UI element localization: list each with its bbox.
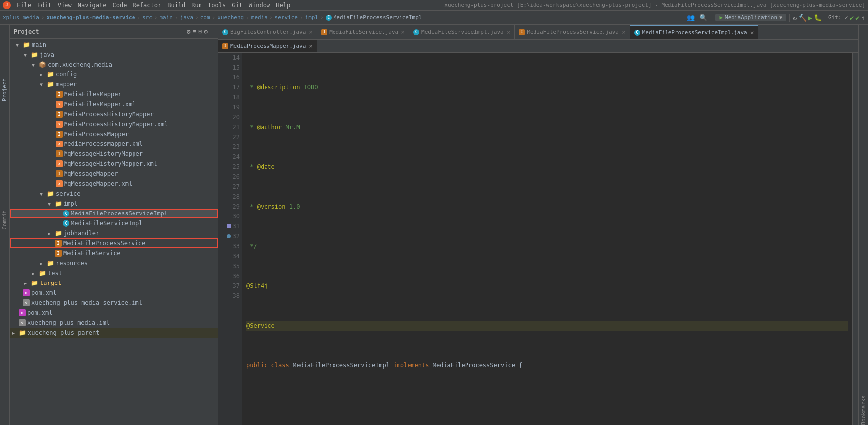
tree-item[interactable]: ⚙ xuecheng-plus-media-service.iml — [10, 298, 218, 308]
menu-file[interactable]: File — [14, 1, 34, 10]
menu-tools[interactable]: Tools — [205, 1, 229, 10]
code-line-16: * @date — [246, 162, 848, 172]
right-gutter — [852, 53, 858, 425]
menu-navigate[interactable]: Navigate — [75, 1, 110, 10]
tree-item[interactable]: I MqMessageMapper — [10, 169, 218, 179]
project-tab-label[interactable]: Project — [1, 78, 8, 101]
bookmarks-label[interactable]: Bookmarks — [860, 393, 867, 425]
breadcrumb-media-service[interactable]: xuecheng-plus-media-service — [46, 14, 135, 21]
tab2-close-processmapper[interactable]: × — [309, 42, 313, 50]
tree-item[interactable]: ▶ 📁 test — [10, 268, 218, 278]
tab-bigfiles[interactable]: C BigFilesController.java × — [218, 25, 317, 39]
tree-item-outlined[interactable]: I MediaFileProcessService — [10, 238, 218, 248]
project-panel: Project ⚙ ≡ ⊟ ⚙ — ▼ 📁 main ▼ 📁 ja — [10, 25, 218, 425]
tree-item[interactable]: ▼ 📁 main — [10, 40, 218, 50]
panel-header: Project ⚙ ≡ ⊟ ⚙ — — [10, 25, 218, 39]
tab-close-processserviceimpl[interactable]: × — [750, 29, 754, 36]
breadcrumb-main[interactable]: main — [159, 14, 173, 21]
tree-item[interactable]: I MediaFilesMapper — [10, 89, 218, 99]
tree-item[interactable]: x MediaProcessHistoryMapper.xml — [10, 119, 218, 129]
tabs-row2: I MediaProcessMapper.java × — [218, 40, 858, 53]
tree-item[interactable]: I MediaFileService — [10, 248, 218, 258]
tab-close-mfsi[interactable]: × — [507, 28, 511, 36]
panel-title: Project — [14, 28, 39, 35]
menu-code[interactable]: Code — [110, 1, 130, 10]
breadcrumb-java[interactable]: java — [180, 14, 194, 21]
panel-sync-icon[interactable]: ≡ — [193, 28, 197, 35]
tree-item[interactable]: x MediaProcessMapper.xml — [10, 139, 218, 149]
tab-close-bigfiles[interactable]: × — [309, 28, 313, 36]
tree-item-selected[interactable]: C MediaFileProcessServiceImpl — [10, 209, 218, 218]
breadcrumb-src[interactable]: src — [142, 14, 152, 21]
panel-gear-icon[interactable]: ⚙ — [187, 28, 191, 35]
menu-git[interactable]: Git — [229, 1, 246, 10]
menu-run[interactable]: Run — [188, 1, 205, 10]
tab-close-mediafileservice[interactable]: × — [401, 28, 405, 36]
dropdown-icon: ▼ — [779, 15, 782, 20]
code-line-17: * @version 1.0 — [246, 202, 848, 212]
tree-item[interactable]: I MediaProcessHistoryMapper — [10, 109, 218, 119]
git-merge-icon[interactable]: ✔ — [855, 14, 859, 22]
tree-item[interactable]: m pom.xml — [10, 308, 218, 318]
git-accept-icon[interactable]: ✔ — [850, 14, 854, 22]
menu-edit[interactable]: Edit — [34, 1, 55, 10]
vcs-icon[interactable]: 👥 — [685, 13, 696, 22]
menu-refactor[interactable]: Refactor — [130, 1, 164, 10]
breadcrumb-impl[interactable]: impl — [305, 14, 319, 21]
search-icon[interactable]: 🔍 — [698, 13, 709, 22]
run-icon[interactable]: ▶ — [808, 14, 812, 22]
tree-item[interactable]: ▶ 📁 jobhandler — [10, 228, 218, 238]
refresh-icon[interactable]: ↻ — [793, 14, 797, 22]
breadcrumb-xuecheng[interactable]: xuecheng — [217, 14, 244, 21]
menu-help[interactable]: Help — [273, 1, 293, 10]
tab-mediafileserviceimpl[interactable]: C MediaFileServiceImpl.java × — [409, 25, 515, 39]
breadcrumb-classname[interactable]: MediaFileProcessServiceImpl — [334, 14, 422, 21]
build-icon[interactable]: 🔨 — [799, 14, 807, 22]
tree-item[interactable]: ▶ 📁 resources — [10, 258, 218, 268]
right-bookmarks-strip: Bookmarks — [858, 25, 868, 425]
tree-item[interactable]: ▼ 📁 mapper — [10, 79, 218, 89]
tree-item[interactable]: ⚙ xuecheng-plus-media.iml — [10, 318, 218, 328]
tree-item[interactable]: ▶ 📁 target — [10, 278, 218, 288]
app-logo: J — [3, 1, 11, 9]
tree-item[interactable]: ▶ 📁 config — [10, 70, 218, 79]
tree-item[interactable]: I MqMessageHistoryMapper — [10, 149, 218, 159]
breadcrumb-com[interactable]: com — [200, 14, 210, 21]
code-line-20: @Service — [246, 321, 848, 331]
tree-item[interactable]: x MqMessageHistoryMapper.xml — [10, 159, 218, 169]
tab-processservice[interactable]: I MediaFileProcessService.java × — [515, 25, 630, 39]
commit-tab-label[interactable]: Commit — [1, 210, 8, 230]
git-check-icon[interactable]: Git: ✓ — [828, 14, 848, 21]
git-push-icon[interactable]: ↑ — [861, 14, 865, 22]
tab-mediafileservice[interactable]: I MediaFileService.java × — [317, 25, 409, 39]
tree-item[interactable]: C MediaFileServiceImpl — [10, 218, 218, 228]
tree-item[interactable]: m pom.xml — [10, 288, 218, 298]
tree-item[interactable]: ▼ 📁 impl — [10, 199, 218, 209]
menu-view[interactable]: View — [55, 1, 75, 10]
tree-container[interactable]: ▼ 📁 main ▼ 📁 java ▼ 📦 com.xuecheng.media — [10, 39, 218, 425]
menu-window[interactable]: Window — [246, 1, 273, 10]
breadcrumb-xplus-media[interactable]: xplus-media — [3, 14, 39, 21]
panel-collapse-icon[interactable]: ⊟ — [199, 28, 202, 35]
run-config-icon: ▶ — [719, 14, 723, 21]
breadcrumb-media[interactable]: media — [251, 14, 267, 21]
tree-item[interactable]: I MediaProcessMapper — [10, 129, 218, 139]
tree-item[interactable]: ▼ 📁 java — [10, 50, 218, 60]
debug-icon[interactable]: 🐛 — [814, 14, 822, 21]
tab-close-processservice[interactable]: × — [622, 28, 626, 36]
code-editor[interactable]: 14 15 16 17 18 19 20 21 22 23 24 25 26 2… — [218, 53, 858, 425]
breadcrumb-service[interactable]: service — [275, 14, 298, 21]
tree-item[interactable]: ▼ 📁 service — [10, 189, 218, 199]
tree-item[interactable]: x MqMessageMapper.xml — [10, 179, 218, 189]
tree-item[interactable]: ▶ 📁 xuecheng-plus-parent — [10, 328, 218, 338]
menu-build[interactable]: Build — [164, 1, 188, 10]
run-config[interactable]: ▶ MediaApplication ▼ — [715, 14, 786, 21]
tree-item[interactable]: ▼ 📦 com.xuecheng.media — [10, 60, 218, 70]
tab2-processmapper-active[interactable]: I MediaProcessMapper.java × — [218, 40, 317, 52]
code-content[interactable]: * @description TODO * @author Mr.M * @da… — [242, 53, 852, 425]
panel-settings-icon[interactable]: ⚙ — [204, 28, 208, 35]
tree-item[interactable]: x MediaFilesMapper.xml — [10, 99, 218, 109]
tab-processserviceimpl-active[interactable]: C MediaFileProcessServiceImpl.java × — [630, 25, 759, 39]
window-title: xuecheng-plus-project [E:\idea-workspace… — [444, 2, 865, 8]
panel-minimize-icon[interactable]: — — [210, 28, 214, 35]
